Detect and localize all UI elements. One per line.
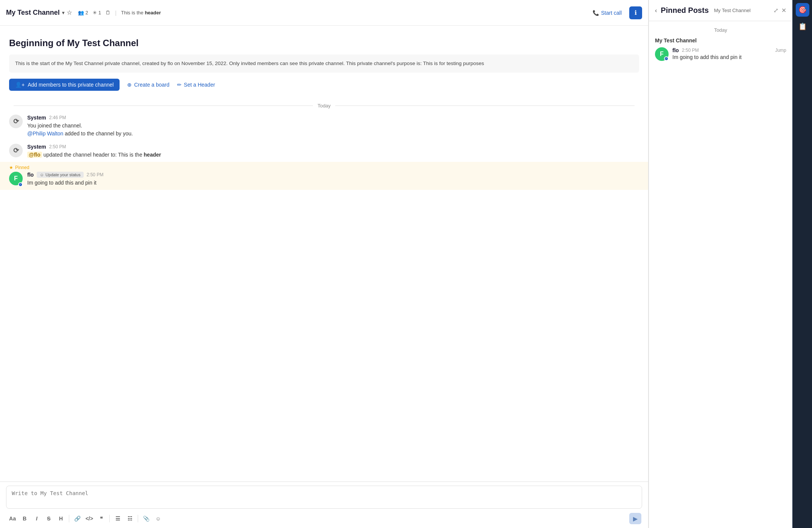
info-button[interactable]: ℹ <box>629 6 642 19</box>
message-content-flo: flo ☺ Update your status 2:50 PM Im goin… <box>27 172 639 187</box>
heading-button[interactable]: H <box>55 513 67 524</box>
attach-button[interactable]: 📎 <box>140 513 152 524</box>
pinned-message-text: Im going to add this and pin it <box>672 53 786 61</box>
italic-button[interactable]: I <box>31 513 42 524</box>
members-icon: 👥 <box>78 10 84 16</box>
toolbar-sep-1 <box>69 515 69 522</box>
user-tag-flo: @flo <box>27 152 42 158</box>
timestamp-flo: 2:50 PM <box>87 172 104 177</box>
message-flo-pinned: ★ Pinned F ✓ flo ☺ <box>0 162 648 190</box>
notes-icon: 🗒 <box>106 10 110 16</box>
date-divider: Today <box>0 100 648 112</box>
pinned-date: Today <box>655 27 786 33</box>
send-button[interactable]: ▶ <box>629 513 641 524</box>
members-count[interactable]: 👥 2 <box>78 10 88 16</box>
channel-actions: 👤+ Add members to this private channel ⊕… <box>9 79 639 91</box>
back-button[interactable]: ‹ <box>655 7 657 14</box>
composer-toolbar: Aa B I S H 🔗 </> ❝ ☰ ☷ 📎 ☺ ▶ <box>6 513 642 524</box>
pinned-flo-avatar-wrapper: F ✓ <box>655 47 669 61</box>
message-header-flo: flo ☺ Update your status 2:50 PM <box>27 172 639 178</box>
pencil-icon: ✏ <box>177 82 182 88</box>
code-button[interactable]: </> <box>84 513 95 524</box>
rail-list-icon[interactable]: 📋 <box>796 20 809 33</box>
bold-button[interactable]: B <box>19 513 30 524</box>
system-avatar-2: ⟳ <box>9 144 23 157</box>
strikethrough-button[interactable]: S <box>43 513 54 524</box>
system-avatar-1: ⟳ <box>9 115 23 128</box>
phone-icon: 📞 <box>593 10 599 16</box>
pinned-label: ★ Pinned <box>9 165 639 170</box>
pin-icon: ✳ <box>93 10 97 16</box>
message-content-1: System 2:46 PM You joined the channel. @… <box>27 115 639 138</box>
sender-name-2: System <box>27 144 46 150</box>
font-size-button[interactable]: Aa <box>7 513 18 524</box>
pinned-message-body: flo 2:50 PM Jump Im going to add this an… <box>672 47 786 61</box>
quote-button[interactable]: ❝ <box>96 513 107 524</box>
info-icon: ℹ <box>635 9 637 16</box>
pinned-channel-name-tag: My Test Channel <box>714 8 751 13</box>
flo-status-dot: ✓ <box>18 182 23 187</box>
system-icon-2: ⟳ <box>9 144 23 157</box>
pinned-panel-title: Pinned Posts <box>661 6 709 15</box>
message-text-2: @flo updated the channel header to: This… <box>27 151 639 159</box>
notes-icon-btn[interactable]: 🗒 <box>106 10 110 16</box>
emoji-button[interactable]: ☺ <box>152 513 164 524</box>
pinned-sender-name: flo <box>672 47 679 53</box>
dropdown-caret-icon: ▾ <box>62 10 64 16</box>
sender-name-1: System <box>27 115 46 121</box>
rail-target-icon[interactable]: 🎯 <box>796 3 809 17</box>
status-badge: ☺ Update your status <box>37 172 84 178</box>
bullet-list-button[interactable]: ☰ <box>112 513 123 524</box>
system-icon-1: ⟳ <box>9 115 23 128</box>
status-icon: ☺ <box>40 172 44 177</box>
mention-philip[interactable]: @Philip Walton <box>27 130 63 137</box>
pinned-message-item: F ✓ flo 2:50 PM Jump Im going to add thi… <box>655 47 786 61</box>
toolbar-sep-3 <box>138 515 138 522</box>
channel-beginning: Beginning of My Test Channel This is the… <box>0 26 648 100</box>
message-header-2: System 2:50 PM <box>27 144 639 150</box>
pins-count[interactable]: ✳ 1 <box>93 10 101 16</box>
channel-header: My Test Channel ▾ ☆ 👥 2 ✳ 1 🗒 | This <box>0 0 648 26</box>
expand-icon[interactable]: ⤢ <box>773 7 778 14</box>
pinned-panel-header: ‹ Pinned Posts My Test Channel ⤢ ✕ <box>649 0 792 21</box>
flo-avatar-wrapper: F ✓ <box>9 172 23 187</box>
pinned-panel-actions: ⤢ ✕ <box>773 7 786 14</box>
message-input[interactable] <box>6 486 642 509</box>
channel-name-label: My Test Channel <box>6 9 60 17</box>
add-member-icon: 👤+ <box>15 82 25 88</box>
channel-title[interactable]: My Test Channel ▾ ☆ <box>6 9 72 17</box>
channel-beginning-title: Beginning of My Test Channel <box>9 38 639 48</box>
star-icon[interactable]: ☆ <box>67 9 72 16</box>
close-icon[interactable]: ✕ <box>781 7 786 14</box>
message-header-1: System 2:46 PM <box>27 115 639 121</box>
right-rail: 🎯 📋 <box>792 0 812 528</box>
sender-name-flo: flo <box>27 172 34 178</box>
pinned-message-header: flo 2:50 PM Jump <box>672 47 786 53</box>
pinned-panel: ‹ Pinned Posts My Test Channel ⤢ ✕ Today… <box>649 0 792 528</box>
message-system-1: ⟳ System 2:46 PM You joined the channel.… <box>0 112 648 141</box>
composer: Aa B I S H 🔗 </> ❝ ☰ ☷ 📎 ☺ ▶ <box>0 481 648 528</box>
header-actions: 📞 Start call ℹ <box>589 6 642 19</box>
header-meta: 👥 2 ✳ 1 🗒 | This is the header <box>78 10 161 16</box>
pinned-flo-status: ✓ <box>664 56 669 61</box>
pinned-timestamp: 2:50 PM <box>682 48 699 53</box>
number-list-button[interactable]: ☷ <box>124 513 135 524</box>
message-text-flo: Im going to add this and pin it <box>27 179 639 187</box>
link-button[interactable]: 🔗 <box>72 513 83 524</box>
messages-area: Beginning of My Test Channel This is the… <box>0 26 648 481</box>
pinned-channel-name-label: My Test Channel <box>655 37 786 43</box>
start-call-button[interactable]: 📞 Start call <box>589 8 625 18</box>
timestamp-2: 2:50 PM <box>49 144 66 149</box>
message-text-1: You joined the channel. @Philip Walton a… <box>27 122 639 138</box>
channel-info-box: This is the start of the My Test Channel… <box>9 54 639 73</box>
set-header-button[interactable]: ✏ Set a Header <box>177 82 215 88</box>
add-members-button[interactable]: 👤+ Add members to this private channel <box>9 79 120 91</box>
channel-header-desc: This is the header <box>121 10 161 16</box>
create-board-button[interactable]: ⊕ Create a board <box>127 82 169 88</box>
pin-star-icon: ★ <box>9 165 13 170</box>
pinned-message-row: F ✓ flo ☺ Update your status 2:50 PM <box>9 172 639 187</box>
message-content-2: System 2:50 PM @flo updated the channel … <box>27 144 639 159</box>
jump-link[interactable]: Jump <box>775 48 786 53</box>
timestamp-1: 2:46 PM <box>49 115 66 120</box>
message-system-2: ⟳ System 2:50 PM @flo updated the channe… <box>0 141 648 162</box>
